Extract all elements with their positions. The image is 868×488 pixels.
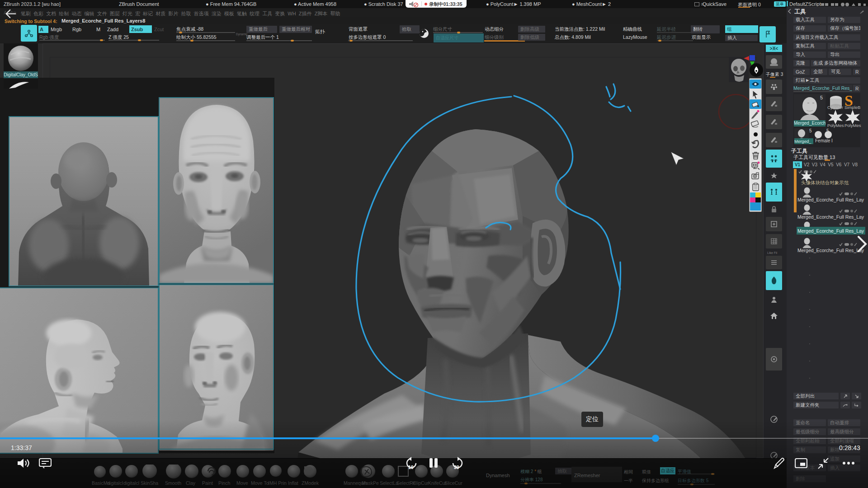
svg-text:30: 30 (454, 465, 459, 469)
svg-text:Pinch: Pinch (218, 480, 230, 486)
svg-text:Smooth: Smooth (165, 480, 181, 486)
svg-text:SkinSha: SkinSha (141, 480, 158, 486)
svg-text:Clay: Clay (186, 480, 196, 486)
svg-text:SliceCur: SliceCur (444, 480, 462, 486)
svg-text:MaskPe: MaskPe (362, 480, 379, 486)
svg-text:Move To: Move To (251, 480, 269, 486)
svg-text:ClipCur: ClipCur (413, 480, 429, 486)
svg-text:Inflat: Inflat (288, 480, 298, 486)
svg-text:Paint: Paint (202, 480, 213, 486)
svg-text:SelectLa: SelectLa (380, 480, 398, 486)
svg-text:10: 10 (408, 465, 414, 469)
svg-text:ZModek: ZModek (302, 480, 319, 486)
svg-text:digitalcl: digitalcl (107, 480, 123, 486)
svg-text:IMH Prin: IMH Prin (268, 480, 287, 486)
svg-text:Move: Move (236, 480, 248, 486)
svg-text:digitalcl: digitalcl (123, 480, 139, 486)
